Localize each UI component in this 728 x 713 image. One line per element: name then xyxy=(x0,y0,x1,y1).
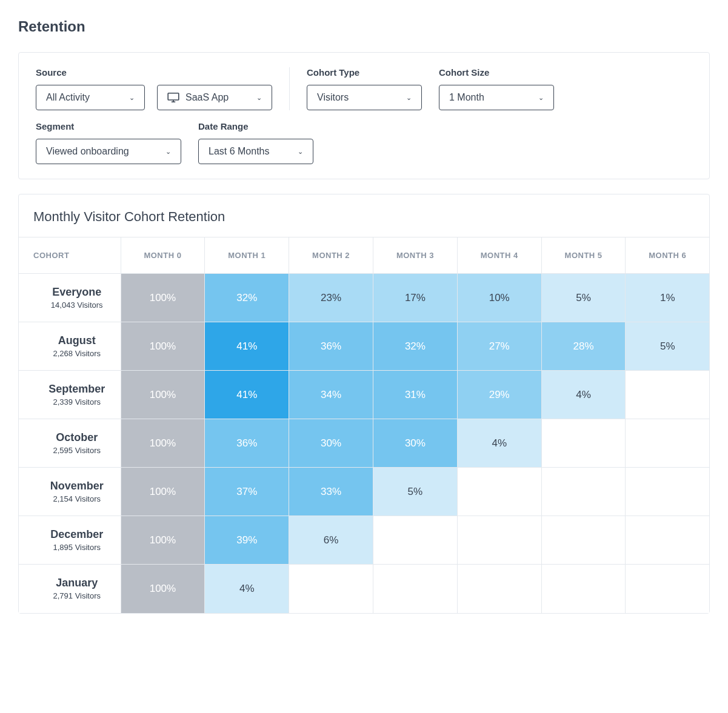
cohort-visitors: 2,268 Visitors xyxy=(33,349,121,358)
dropdown-value: SaaS App xyxy=(185,92,229,103)
source-app-dropdown[interactable]: SaaS App ⌄ xyxy=(157,85,272,110)
column-header-month-5: Month 5 xyxy=(541,237,626,274)
cohort-label-cell: January2,791 Visitors xyxy=(19,565,121,613)
date-range-dropdown[interactable]: Last 6 Months ⌄ xyxy=(198,139,313,164)
retention-cell: 4% xyxy=(541,371,626,419)
cohort-visitors: 1,895 Visitors xyxy=(33,543,121,552)
retention-cell: 100% xyxy=(121,516,205,565)
column-header-month-1: Month 1 xyxy=(205,237,289,274)
empty-cell xyxy=(626,468,709,516)
dropdown-value: Last 6 Months xyxy=(209,146,270,157)
vertical-separator xyxy=(289,67,290,110)
retention-cell: 100% xyxy=(121,322,205,371)
retention-cell: 100% xyxy=(121,468,205,516)
date-range-label: Date Range xyxy=(198,121,313,131)
source-activity-dropdown[interactable]: All Activity ⌄ xyxy=(36,85,145,110)
retention-cell: 100% xyxy=(121,274,205,322)
cohort-name: January xyxy=(33,577,121,589)
table-row: Everyone14,043 Visitors100%32%23%17%10%5… xyxy=(19,274,709,322)
chevron-down-icon: ⌄ xyxy=(256,95,262,101)
table-row: January2,791 Visitors100%4% xyxy=(19,565,709,613)
cohort-label-cell: November2,154 Visitors xyxy=(19,468,121,516)
cohort-label-cell: September2,339 Visitors xyxy=(19,371,121,419)
cohort-name: Everyone xyxy=(33,286,121,299)
cohort-type-label: Cohort Type xyxy=(307,67,422,78)
table-row: August2,268 Visitors100%41%36%32%27%28%5… xyxy=(19,322,709,371)
cohort-size-dropdown[interactable]: 1 Month ⌄ xyxy=(439,85,554,110)
retention-cell: 6% xyxy=(289,516,373,565)
empty-cell xyxy=(373,516,457,565)
retention-cell: 27% xyxy=(457,322,541,371)
retention-cell: 39% xyxy=(205,516,289,565)
retention-cell: 36% xyxy=(289,322,373,371)
cohort-name: October xyxy=(33,431,121,444)
empty-cell xyxy=(373,565,457,613)
dropdown-value: Viewed onboarding xyxy=(46,146,129,157)
cohort-label-cell: December1,895 Visitors xyxy=(19,516,121,565)
retention-cell: 34% xyxy=(289,371,373,419)
column-header-month-6: Month 6 xyxy=(626,237,709,274)
retention-cell: 5% xyxy=(541,274,626,322)
retention-cell: 28% xyxy=(541,322,626,371)
cohort-visitors: 14,043 Visitors xyxy=(33,300,121,310)
retention-cell: 31% xyxy=(373,371,457,419)
retention-cell: 30% xyxy=(373,419,457,468)
retention-cell: 30% xyxy=(289,419,373,468)
retention-cell: 36% xyxy=(205,419,289,468)
dropdown-value: All Activity xyxy=(46,92,90,103)
page-title: Retention xyxy=(18,18,710,35)
svg-rect-0 xyxy=(168,93,179,100)
cohort-name: December xyxy=(33,528,121,541)
dropdown-value: 1 Month xyxy=(449,92,484,103)
cohort-name: September xyxy=(33,383,121,396)
cohort-type-dropdown[interactable]: Visitors ⌄ xyxy=(307,85,422,110)
table-row: September2,339 Visitors100%41%34%31%29%4… xyxy=(19,371,709,419)
empty-cell xyxy=(541,565,626,613)
retention-cell: 4% xyxy=(457,419,541,468)
column-header-month-0: Month 0 xyxy=(121,237,205,274)
column-header-month-2: Month 2 xyxy=(289,237,373,274)
table-row: December1,895 Visitors100%39%6% xyxy=(19,516,709,565)
empty-cell xyxy=(457,565,541,613)
empty-cell xyxy=(541,516,626,565)
retention-cell: 41% xyxy=(205,371,289,419)
cohort-label-cell: Everyone14,043 Visitors xyxy=(19,274,121,322)
empty-cell xyxy=(626,419,709,468)
chevron-down-icon: ⌄ xyxy=(406,95,412,101)
table-title: Monthly Visitor Cohort Retention xyxy=(19,194,709,237)
retention-cell: 37% xyxy=(205,468,289,516)
empty-cell xyxy=(541,419,626,468)
source-label: Source xyxy=(36,67,272,78)
cohort-visitors: 2,339 Visitors xyxy=(33,397,121,406)
retention-cell: 17% xyxy=(373,274,457,322)
empty-cell xyxy=(457,516,541,565)
chevron-down-icon: ⌄ xyxy=(538,95,544,101)
filter-panel: Source All Activity ⌄ xyxy=(18,52,710,179)
cohort-visitors: 2,154 Visitors xyxy=(33,494,121,503)
empty-cell xyxy=(289,565,373,613)
retention-cell: 10% xyxy=(457,274,541,322)
chevron-down-icon: ⌄ xyxy=(129,95,135,101)
retention-cell: 100% xyxy=(121,419,205,468)
segment-label: Segment xyxy=(36,121,181,131)
table-row: October2,595 Visitors100%36%30%30%4% xyxy=(19,419,709,468)
retention-cell: 33% xyxy=(289,468,373,516)
empty-cell xyxy=(626,565,709,613)
retention-table-panel: Monthly Visitor Cohort Retention CohortM… xyxy=(18,194,710,614)
column-header-month-4: Month 4 xyxy=(457,237,541,274)
retention-cell: 100% xyxy=(121,565,205,613)
cohort-label-cell: August2,268 Visitors xyxy=(19,322,121,371)
segment-dropdown[interactable]: Viewed onboarding ⌄ xyxy=(36,139,181,164)
cohort-size-label: Cohort Size xyxy=(439,67,554,78)
retention-cell: 1% xyxy=(626,274,709,322)
dropdown-value: Visitors xyxy=(317,92,349,103)
cohort-name: August xyxy=(33,334,121,347)
retention-cell: 5% xyxy=(373,468,457,516)
empty-cell xyxy=(626,371,709,419)
retention-cell: 100% xyxy=(121,371,205,419)
column-header-cohort: Cohort xyxy=(19,237,121,274)
empty-cell xyxy=(457,468,541,516)
retention-table: CohortMonth 0Month 1Month 2Month 3Month … xyxy=(19,237,709,613)
retention-cell: 41% xyxy=(205,322,289,371)
retention-cell: 5% xyxy=(626,322,709,371)
